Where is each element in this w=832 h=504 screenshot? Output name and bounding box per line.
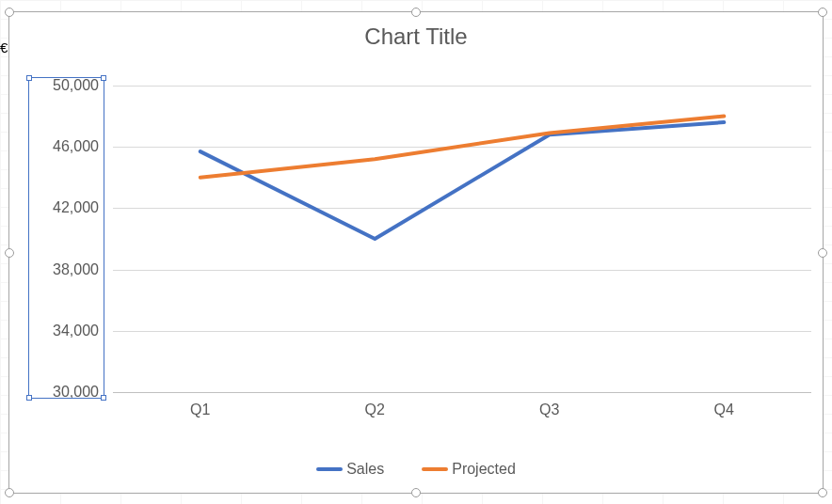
resize-handle[interactable] <box>5 488 14 497</box>
x-tick-label: Q4 <box>696 402 752 418</box>
x-tick-label: Q2 <box>346 402 403 418</box>
x-tick-label: Q3 <box>521 402 578 418</box>
x-axis-line <box>113 392 811 393</box>
resize-handle[interactable] <box>818 8 827 17</box>
resize-handle[interactable] <box>411 488 421 497</box>
y-tick-label: 34,000 <box>24 323 99 339</box>
selection-knob[interactable] <box>101 395 106 401</box>
legend-label: Sales <box>346 461 384 478</box>
resize-handle[interactable] <box>411 8 421 17</box>
selection-knob[interactable] <box>101 75 106 81</box>
legend-swatch-icon <box>316 467 343 471</box>
chart-series-svg <box>113 86 811 392</box>
resize-handle[interactable] <box>818 488 827 497</box>
legend-swatch-icon <box>422 467 448 471</box>
resize-handle[interactable] <box>5 8 14 17</box>
legend-entry-projected[interactable]: Projected <box>422 461 516 478</box>
resize-handle[interactable] <box>5 248 14 258</box>
legend-label: Projected <box>452 461 516 478</box>
y-axis-selection-outline[interactable] <box>28 77 104 399</box>
partial-cell-content: € <box>0 39 8 55</box>
y-tick-label: 46,000 <box>24 138 99 155</box>
y-tick-label: 50,000 <box>24 77 99 94</box>
plot-area[interactable]: 50,000 46,000 42,000 38,000 34,000 30,00… <box>113 86 811 392</box>
y-tick-label: 38,000 <box>24 261 99 278</box>
y-tick-label: 30,000 <box>24 384 99 401</box>
chart-title[interactable]: Chart Title <box>9 24 823 50</box>
series-line-projected[interactable] <box>200 117 725 178</box>
y-tick-label: 42,000 <box>24 199 99 216</box>
legend-entry-sales[interactable]: Sales <box>316 461 384 478</box>
resize-handle[interactable] <box>818 248 827 258</box>
x-tick-label: Q1 <box>172 402 229 418</box>
series-line-sales[interactable] <box>200 122 725 239</box>
chart-legend[interactable]: Sales Projected <box>9 461 823 478</box>
chart-object[interactable]: Chart Title 50,000 46,000 42,000 38,000 … <box>8 11 824 494</box>
